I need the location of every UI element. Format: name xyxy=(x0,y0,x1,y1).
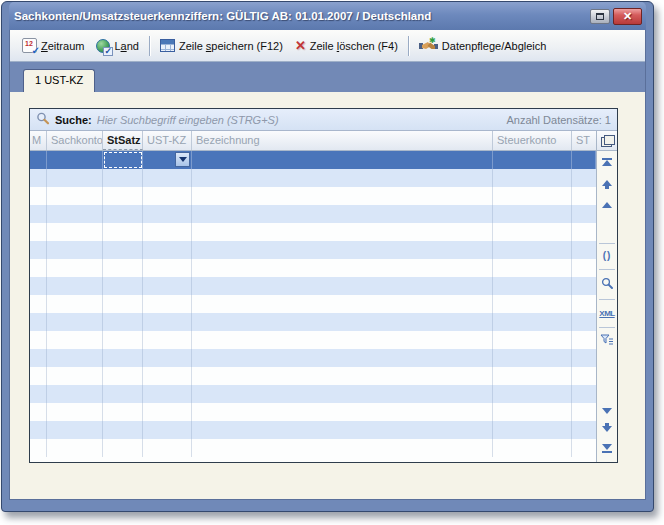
zoom-search-icon[interactable] xyxy=(597,275,617,291)
grid-cell[interactable] xyxy=(103,241,143,259)
grid-cell[interactable] xyxy=(572,349,596,367)
filter-icon[interactable] xyxy=(597,331,617,347)
grid-cell[interactable] xyxy=(192,313,493,331)
grid-cell[interactable] xyxy=(103,313,143,331)
grid-cell[interactable] xyxy=(47,349,103,367)
grid-cell[interactable] xyxy=(143,151,192,169)
grid-cell[interactable] xyxy=(103,385,143,403)
grid-cell[interactable] xyxy=(192,403,493,421)
grid-cell[interactable] xyxy=(572,313,596,331)
grid-cell[interactable] xyxy=(30,313,47,331)
scroll-to-bottom-icon[interactable] xyxy=(597,439,617,455)
grid-cell[interactable] xyxy=(47,187,103,205)
grid-row[interactable] xyxy=(30,241,596,259)
grid-cell[interactable] xyxy=(572,421,596,439)
grid-row[interactable] xyxy=(30,295,596,313)
grid-cell[interactable] xyxy=(143,169,192,187)
grid-cell[interactable] xyxy=(572,385,596,403)
grid-cell[interactable] xyxy=(103,187,143,205)
grid-cell[interactable] xyxy=(192,205,493,223)
grid-row[interactable] xyxy=(30,259,596,277)
grid-row[interactable] xyxy=(30,187,596,205)
grid-cell[interactable] xyxy=(30,349,47,367)
column-chooser-icon[interactable] xyxy=(597,131,617,151)
grid-cell[interactable] xyxy=(143,349,192,367)
ustkz-dropdown-button[interactable] xyxy=(175,152,190,167)
grid-cell[interactable] xyxy=(103,205,143,223)
grid-cell[interactable] xyxy=(192,241,493,259)
grid-cell[interactable] xyxy=(143,331,192,349)
grid-cell[interactable] xyxy=(493,241,572,259)
grid-row[interactable] xyxy=(30,169,596,187)
grid-cell[interactable] xyxy=(47,151,103,169)
grid-cell[interactable] xyxy=(143,259,192,277)
grid-row[interactable] xyxy=(30,313,596,331)
grid-cell[interactable] xyxy=(493,277,572,295)
tab-ust-kz[interactable]: 1 UST-KZ xyxy=(23,69,95,92)
grid-cell[interactable] xyxy=(493,331,572,349)
grid-row-selected[interactable] xyxy=(30,151,596,169)
grid-row[interactable] xyxy=(30,205,596,223)
grid-cell[interactable] xyxy=(47,259,103,277)
grid-cell[interactable] xyxy=(192,169,493,187)
grid-cell[interactable] xyxy=(30,385,47,403)
search-input[interactable]: Hier Suchbegriff eingeben (STRG+S) xyxy=(97,114,502,126)
row-up-icon[interactable] xyxy=(597,197,617,213)
grid-cell[interactable] xyxy=(572,277,596,295)
grid-cell[interactable] xyxy=(30,187,47,205)
scroll-to-top-icon[interactable] xyxy=(597,155,617,171)
grid-cell[interactable] xyxy=(103,439,143,457)
grid-cell[interactable] xyxy=(572,367,596,385)
grid-cell[interactable] xyxy=(192,439,493,457)
grid-cell[interactable] xyxy=(30,331,47,349)
grid-cell[interactable] xyxy=(572,223,596,241)
grid-cell[interactable] xyxy=(143,295,192,313)
grid-cell[interactable] xyxy=(30,169,47,187)
land-button[interactable]: Land xyxy=(90,36,145,56)
grid-cell[interactable] xyxy=(47,223,103,241)
grid-cell[interactable] xyxy=(143,421,192,439)
grid-cell[interactable] xyxy=(572,403,596,421)
grid-row[interactable] xyxy=(30,367,596,385)
grid-cell[interactable] xyxy=(30,421,47,439)
grid-cell[interactable] xyxy=(143,205,192,223)
grid-cell[interactable] xyxy=(47,277,103,295)
grid-cell[interactable] xyxy=(192,349,493,367)
grid-cell[interactable] xyxy=(47,241,103,259)
grid-cell[interactable] xyxy=(493,295,572,313)
grid-cell[interactable] xyxy=(47,313,103,331)
header-sachkonto[interactable]: Sachkonto xyxy=(47,131,103,150)
grid-cell[interactable] xyxy=(192,385,493,403)
grid-cell[interactable] xyxy=(30,151,47,169)
grid-cell[interactable] xyxy=(493,259,572,277)
grid-cell[interactable] xyxy=(47,331,103,349)
header-st[interactable]: ST xyxy=(572,131,596,150)
grid-cell[interactable] xyxy=(30,241,47,259)
grid-cell[interactable] xyxy=(493,403,572,421)
grid-row[interactable] xyxy=(30,439,596,457)
grid-cell[interactable] xyxy=(47,439,103,457)
search-bar[interactable]: Suche: Hier Suchbegriff eingeben (STRG+S… xyxy=(30,109,617,131)
grid-cell[interactable] xyxy=(47,403,103,421)
grid-cell[interactable] xyxy=(30,367,47,385)
grid-cell[interactable] xyxy=(30,439,47,457)
grid-cell[interactable] xyxy=(572,169,596,187)
header-stsatz[interactable]: StSatz xyxy=(103,131,143,150)
grid-cell[interactable] xyxy=(103,421,143,439)
grid-cell[interactable] xyxy=(192,187,493,205)
header-m[interactable]: M xyxy=(30,131,47,150)
page-down-icon[interactable] xyxy=(597,421,617,437)
close-button[interactable]: ✕ xyxy=(613,8,642,25)
grid-cell[interactable] xyxy=(30,205,47,223)
grid-cell[interactable] xyxy=(572,205,596,223)
grid-cell[interactable] xyxy=(103,349,143,367)
grid-cell[interactable] xyxy=(192,331,493,349)
grid-cell[interactable] xyxy=(493,205,572,223)
grid-cell[interactable] xyxy=(30,277,47,295)
grid-row[interactable] xyxy=(30,331,596,349)
grid-cell[interactable] xyxy=(143,367,192,385)
grid-cell[interactable] xyxy=(572,187,596,205)
grid-cell[interactable] xyxy=(192,151,493,169)
grid-cell[interactable] xyxy=(572,439,596,457)
grid-row[interactable] xyxy=(30,421,596,439)
